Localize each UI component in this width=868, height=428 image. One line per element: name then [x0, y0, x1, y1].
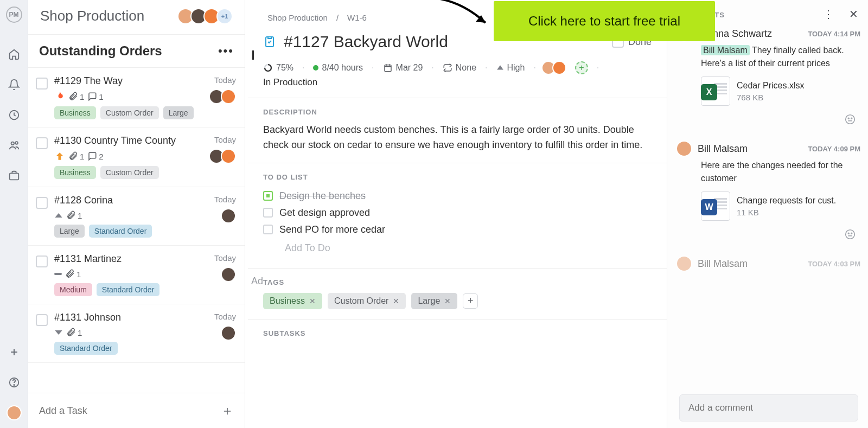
task-assignees[interactable] [212, 149, 236, 164]
logo[interactable]: PM [6, 7, 22, 23]
task-assignees[interactable] [224, 267, 236, 282]
task-checkbox[interactable] [36, 78, 48, 90]
priority-icon [54, 328, 63, 337]
attachment[interactable]: X Cedar Prices.xlsx768 KB [701, 76, 866, 106]
tag-chip[interactable]: Large✕ [411, 293, 457, 309]
priority-icon [54, 91, 65, 102]
task-checkbox[interactable] [36, 255, 48, 267]
tag-chip[interactable]: Business✕ [263, 293, 322, 309]
task-card[interactable]: #1128 Corina 1 LargeStandard Order Today [28, 187, 245, 246]
tag[interactable]: Business [54, 166, 96, 179]
tag[interactable]: Large [54, 225, 85, 238]
task-assignees[interactable] [224, 208, 236, 223]
tag-chip[interactable]: Custom Order✕ [328, 293, 406, 309]
tag[interactable]: Custom Order [100, 166, 159, 179]
comment-time: TODAY 4:09 PM [808, 145, 860, 153]
comment-body: Bill Malsam They finally called back. He… [701, 44, 866, 70]
task-card[interactable]: #1130 Country Time County 1 2 BusinessCu… [28, 127, 245, 187]
attachment-count: 1 [68, 92, 84, 101]
tag[interactable]: Standard Order [97, 283, 160, 296]
help-icon[interactable] [7, 375, 22, 390]
task-checkbox[interactable] [36, 137, 48, 149]
task-card[interactable]: #1129 The Way 1 1 BusinessCustom OrderLa… [28, 68, 245, 127]
home-icon[interactable] [7, 47, 22, 62]
priority-chip[interactable]: High [496, 63, 525, 73]
task-assignees[interactable] [212, 89, 236, 104]
due-date: Today [214, 195, 236, 204]
comment-count: 1 [87, 92, 103, 101]
add-tag-button[interactable]: + [463, 293, 478, 309]
bell-icon[interactable] [7, 77, 22, 92]
add-task-input[interactable] [39, 405, 221, 417]
todo-checkbox[interactable] [263, 225, 273, 234]
tag[interactable]: Standard Order [89, 225, 152, 238]
tag[interactable]: Large [163, 106, 194, 119]
file-name: Cedar Prices.xlsx [737, 81, 804, 91]
task-checkbox[interactable] [36, 197, 48, 209]
free-trial-cta[interactable]: Click here to start free trial [494, 1, 715, 41]
svg-point-2 [15, 142, 18, 144]
task-card[interactable]: #1131 Johnson 1 Standard Order Today [28, 304, 245, 363]
svg-point-5 [14, 385, 14, 385]
user-avatar[interactable] [7, 405, 22, 420]
comment-avatar[interactable] [676, 140, 692, 157]
react-icon[interactable] [679, 228, 856, 240]
assignees[interactable] [545, 61, 566, 75]
comment-author[interactable]: Bill Malsam [698, 143, 748, 155]
progress-chip[interactable]: 75% [263, 63, 293, 73]
recurrence-chip[interactable]: None [443, 63, 476, 73]
remove-tag-icon[interactable]: ✕ [393, 297, 399, 305]
task-assignees[interactable] [224, 325, 236, 341]
svg-point-1 [11, 142, 14, 145]
more-menu-icon[interactable]: ⋮ [823, 8, 834, 21]
remove-tag-icon[interactable]: ✕ [444, 297, 451, 305]
description-text[interactable]: Backyard World needs custom benches. Thi… [263, 123, 652, 153]
briefcase-icon[interactable] [7, 168, 22, 183]
comment-time: TODAY 4:14 PM [808, 30, 860, 38]
add-icon[interactable] [7, 344, 22, 360]
todo-item[interactable]: Send PO for more cedar [263, 221, 652, 238]
todo-item[interactable]: Get design approved [263, 205, 652, 221]
hours-chip[interactable]: 8/40 hours [313, 63, 363, 73]
mention[interactable]: Bill Malsam [701, 45, 750, 55]
project-members[interactable]: +1 [181, 8, 233, 24]
file-size: 768 KB [737, 93, 804, 102]
breadcrumb-project[interactable]: Shop Production [267, 13, 328, 22]
task-checkbox[interactable] [36, 314, 48, 326]
clock-icon[interactable] [7, 107, 22, 123]
task-status[interactable]: In Production [263, 77, 652, 88]
column-menu-icon[interactable]: ••• [218, 44, 234, 58]
todo-checkbox[interactable] [263, 208, 273, 218]
people-icon[interactable] [7, 138, 22, 153]
file-name: Change requests for cust. [737, 196, 836, 206]
remove-tag-icon[interactable]: ✕ [309, 297, 316, 305]
breadcrumb-task-id[interactable]: W1-6 [347, 13, 367, 22]
tag[interactable]: Standard Order [54, 342, 118, 355]
nav-rail: PM [0, 0, 28, 428]
tag[interactable]: Business [54, 106, 96, 119]
project-title: Shop Production [40, 8, 181, 24]
close-icon[interactable]: ✕ [849, 8, 858, 21]
add-task-plus-icon[interactable]: ＋ [221, 402, 234, 419]
todo-checkbox[interactable] [263, 191, 273, 201]
date-chip[interactable]: Mar 29 [383, 63, 423, 73]
task-card-title: #1131 Martinez [54, 253, 210, 265]
svg-point-12 [848, 118, 849, 119]
tag[interactable]: Medium [54, 283, 92, 296]
due-date: Today [214, 253, 236, 263]
comment-input[interactable] [679, 394, 858, 421]
todo-item[interactable]: Design the benches [263, 188, 652, 205]
attachment-count: 1 [65, 269, 81, 279]
due-date: Today [214, 312, 236, 321]
task-card[interactable]: #1131 Martinez 1 MediumStandard Order To… [28, 246, 245, 304]
react-icon[interactable] [679, 113, 856, 125]
add-assignee-icon[interactable]: + [575, 61, 588, 74]
svg-point-13 [851, 118, 852, 119]
priority-icon [54, 273, 62, 275]
next-add-peek: Ad [251, 276, 263, 287]
attachment[interactable]: W Change requests for cust.11 KB [701, 191, 866, 221]
add-task-row[interactable]: ＋ [28, 393, 245, 428]
comment: Bill Malsam TODAY 4:09 PM Here are the c… [679, 140, 866, 240]
tag[interactable]: Custom Order [100, 106, 159, 119]
add-todo-input[interactable]: Add To Do [285, 238, 652, 258]
